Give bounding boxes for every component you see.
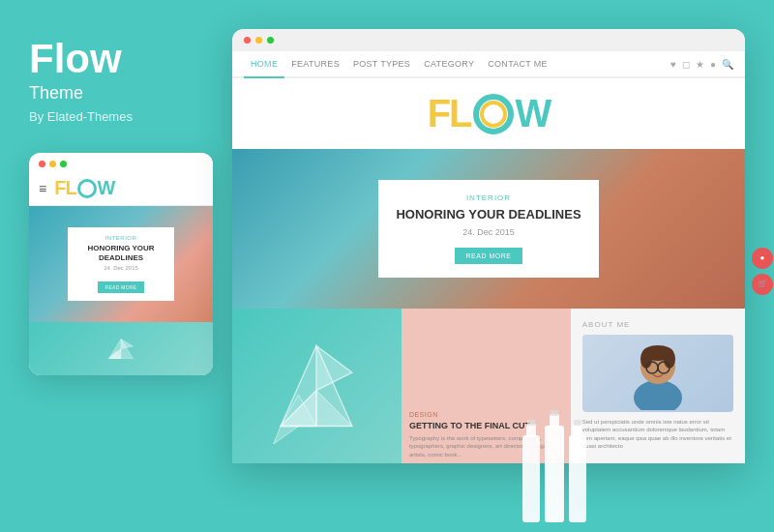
- pin-icon[interactable]: ★: [696, 59, 704, 70]
- mobile-top-bar: [29, 153, 213, 173]
- search-icon[interactable]: 🔍: [722, 59, 733, 70]
- circle-icon[interactable]: ●: [710, 59, 716, 70]
- about-text: Sed ut perspiciatis unde omnis iste natu…: [582, 418, 733, 451]
- logo-w: W: [98, 177, 115, 199]
- nav-link-category[interactable]: CATEGORY: [417, 51, 481, 76]
- svg-rect-11: [526, 424, 536, 437]
- logo-O-wrap: [473, 94, 514, 134]
- theme-subtitle: Theme: [29, 83, 83, 103]
- nav-link-contact[interactable]: CONTACT ME: [481, 51, 554, 76]
- browser-dot-green: [267, 37, 274, 44]
- square-icon[interactable]: ◻: [682, 59, 690, 70]
- read-more-button[interactable]: READ MORE: [455, 248, 523, 264]
- nav-link-post-types[interactable]: POST TYPES: [346, 51, 417, 76]
- mobile-thumbnail: [29, 322, 213, 375]
- mobile-mockup: ≡ F L W INTERIOR HONORING YOUR DEADLINES…: [29, 153, 213, 375]
- svg-point-19: [634, 380, 682, 410]
- logo-F: F: [428, 92, 449, 135]
- svg-rect-14: [550, 414, 559, 428]
- browser-nav: HOME FEATURES POST TYPES CATEGORY CONTAC…: [232, 51, 745, 78]
- nav-link-features[interactable]: FEATURES: [284, 51, 346, 76]
- about-avatar: [582, 335, 733, 412]
- badge-red-icon: ●: [760, 253, 765, 262]
- mobile-hero: INTERIOR HONORING YOUR DEADLINES 24. Dec…: [29, 206, 213, 322]
- browser-dot-yellow: [255, 37, 262, 44]
- mobile-hero-card: INTERIOR HONORING YOUR DEADLINES 24. Dec…: [68, 227, 174, 301]
- site-logo: F L W: [428, 92, 551, 135]
- browser-content: F L W INTERIOR HONORING YOUR DEADLINES 2…: [232, 78, 745, 463]
- svg-marker-6: [316, 345, 352, 390]
- nav-link-home[interactable]: HOME: [244, 51, 284, 78]
- svg-rect-12: [527, 420, 535, 426]
- logo-L: L: [449, 92, 470, 135]
- logo-O-inner: [480, 101, 507, 128]
- mobile-dot-yellow: [49, 161, 56, 167]
- side-badges: ● 🛒: [752, 248, 773, 295]
- mobile-hero-title: HONORING YOUR DEADLINES: [77, 244, 164, 262]
- browser-top-bar: [232, 29, 745, 51]
- left-panel: Flow Theme By Elated-Themes ≡ F L W INTE…: [0, 0, 232, 532]
- bottles-column: DESIGN GETTING TO THE FINAL CUT Typograp…: [402, 309, 571, 463]
- mobile-nav: ≡ F L W: [29, 173, 213, 206]
- svg-rect-16: [569, 435, 571, 463]
- mobile-read-more-button[interactable]: READ MORE: [98, 281, 145, 293]
- mobile-logo: F L W: [54, 177, 114, 199]
- person-avatar-icon: [619, 338, 697, 410]
- svg-marker-2: [121, 340, 134, 349]
- site-header: F L W: [232, 78, 745, 149]
- svg-rect-13: [545, 426, 564, 463]
- badge-red: ●: [752, 248, 773, 269]
- svg-marker-9: [274, 427, 299, 444]
- logo-f: F: [54, 177, 65, 199]
- logo-o-mobile: [77, 179, 97, 198]
- svg-rect-15: [551, 410, 558, 416]
- browser-mockup: HOME FEATURES POST TYPES CATEGORY CONTAC…: [232, 29, 745, 463]
- cart-icon: 🛒: [758, 280, 767, 288]
- mobile-interior-label: INTERIOR: [77, 235, 164, 241]
- bottles-icon: [518, 406, 571, 463]
- nav-links: HOME FEATURES POST TYPES CATEGORY CONTAC…: [244, 51, 554, 76]
- nav-icons: ♥ ◻ ★ ● 🔍: [670, 59, 733, 70]
- site-hero: INTERIOR HONORING YOUR DEADLINES 24. Dec…: [232, 149, 745, 309]
- heart-icon[interactable]: ♥: [670, 59, 676, 70]
- hamburger-icon: ≡: [39, 181, 46, 196]
- hero-title: HONORING YOUR DEADLINES: [396, 207, 580, 222]
- theme-author: By Elated-Themes: [29, 109, 133, 124]
- origami-bird-column: [232, 309, 402, 463]
- svg-rect-10: [522, 435, 540, 463]
- origami-bird-small-icon: [106, 337, 135, 361]
- mobile-dot-red: [39, 161, 45, 167]
- logo-W: W: [516, 92, 551, 135]
- interior-tag: INTERIOR: [396, 193, 580, 202]
- theme-title: Flow: [29, 39, 122, 79]
- mobile-hero-date: 24. Dec 2015: [77, 265, 164, 271]
- logo-l: L: [65, 177, 75, 199]
- browser-dot-red: [244, 37, 251, 44]
- three-column-section: DESIGN GETTING TO THE FINAL CUT Typograp…: [232, 309, 745, 463]
- about-label: ABOUT ME: [582, 320, 733, 329]
- badge-cart: 🛒: [752, 274, 773, 295]
- about-column: ABOUT ME: [571, 309, 745, 463]
- mobile-dot-green: [60, 161, 67, 167]
- hero-date: 24. Dec 2015: [396, 227, 580, 237]
- hero-card: INTERIOR HONORING YOUR DEADLINES 24. Dec…: [378, 180, 598, 278]
- origami-bird-icon: [268, 328, 365, 444]
